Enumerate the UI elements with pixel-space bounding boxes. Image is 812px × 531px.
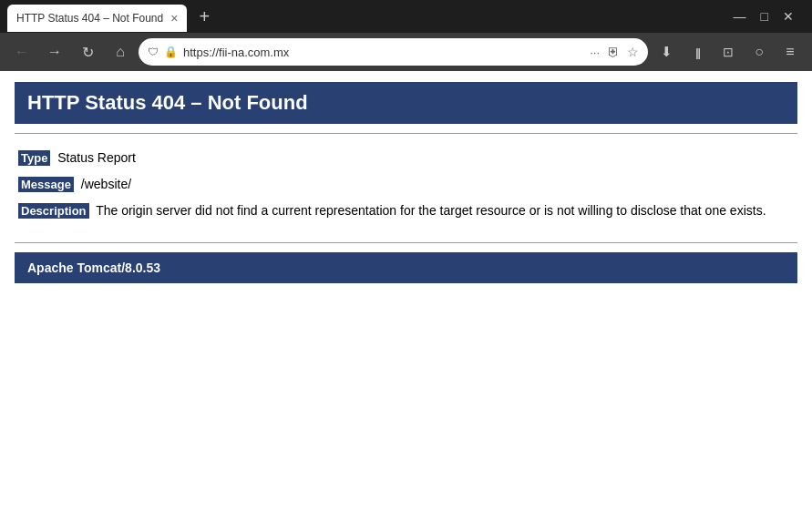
account-icon: ○ xyxy=(755,44,764,60)
nav-bar: ← → ↻ ⌂ 🛡 🔒 https://fii-na.com.mx ··· ⛨ … xyxy=(0,33,812,71)
home-icon: ⌂ xyxy=(116,44,125,60)
home-button[interactable]: ⌂ xyxy=(106,37,135,66)
footer-text: Apache Tomcat/8.0.53 xyxy=(27,260,160,275)
back-button[interactable]: ← xyxy=(7,37,36,66)
type-row: Type Status Report xyxy=(18,148,794,168)
window-controls: — □ ✕ xyxy=(734,10,805,23)
page-title-bar: HTTP Status 404 – Not Found xyxy=(15,82,797,124)
message-label: Message xyxy=(18,177,74,192)
description-value: The origin server did not find a current… xyxy=(96,203,766,218)
bookmarks-button[interactable]: ||| xyxy=(683,37,712,66)
new-tab-button[interactable]: + xyxy=(190,3,218,30)
page-content: HTTP Status 404 – Not Found Type Status … xyxy=(0,71,812,294)
maximize-button[interactable]: □ xyxy=(761,10,768,23)
browser-chrome: HTTP Status 404 – Not Found × + — □ ✕ ← … xyxy=(0,0,812,71)
close-window-button[interactable]: ✕ xyxy=(783,10,794,23)
tab-bar: HTTP Status 404 – Not Found × + — □ ✕ xyxy=(0,0,812,33)
bookmarks-icon: ||| xyxy=(695,46,699,59)
url-text: https://fii-na.com.mx xyxy=(183,46,584,59)
bookmark-shield-icon: ⛨ xyxy=(607,45,620,59)
type-value: Status Report xyxy=(57,150,136,165)
download-icon: ⬇ xyxy=(661,44,673,60)
menu-button[interactable]: ≡ xyxy=(776,37,805,66)
star-icon: ☆ xyxy=(627,45,639,59)
back-icon: ← xyxy=(15,44,29,60)
reload-icon: ↻ xyxy=(82,44,94,61)
separator-top xyxy=(15,133,797,134)
more-options-icon[interactable]: ··· xyxy=(590,46,600,59)
info-section: Type Status Report Message /website/ Des… xyxy=(15,143,797,233)
type-label: Type xyxy=(18,150,50,166)
tab-close-button[interactable]: × xyxy=(170,12,178,25)
footer-bar: Apache Tomcat/8.0.53 xyxy=(15,252,797,283)
nav-extra-buttons: ⬇ ||| ⊡ ○ ≡ xyxy=(652,37,805,66)
sync-icon: ⊡ xyxy=(723,45,734,59)
account-button[interactable]: ○ xyxy=(745,37,774,66)
menu-icon: ≡ xyxy=(786,44,794,60)
reload-button[interactable]: ↻ xyxy=(73,37,102,66)
message-row: Message /website/ xyxy=(18,175,794,194)
description-row: Description The origin server did not fi… xyxy=(18,201,794,220)
description-label: Description xyxy=(18,203,89,219)
lock-icon: 🔒 xyxy=(164,46,178,58)
minimize-button[interactable]: — xyxy=(734,10,746,23)
sync-button[interactable]: ⊡ xyxy=(714,37,743,66)
url-actions: ··· ⛨ ☆ xyxy=(590,45,639,59)
page-title: HTTP Status 404 – Not Found xyxy=(27,91,308,114)
message-value: /website/ xyxy=(81,177,131,191)
separator-bottom xyxy=(15,242,797,243)
download-button[interactable]: ⬇ xyxy=(652,37,681,66)
forward-button[interactable]: → xyxy=(40,37,69,66)
active-tab[interactable]: HTTP Status 404 – Not Found × xyxy=(7,5,187,32)
forward-icon: → xyxy=(47,44,62,60)
url-bar[interactable]: 🛡 🔒 https://fii-na.com.mx ··· ⛨ ☆ xyxy=(139,38,648,66)
shield-small-icon: 🛡 xyxy=(148,46,159,58)
tab-title: HTTP Status 404 – Not Found xyxy=(16,12,163,25)
